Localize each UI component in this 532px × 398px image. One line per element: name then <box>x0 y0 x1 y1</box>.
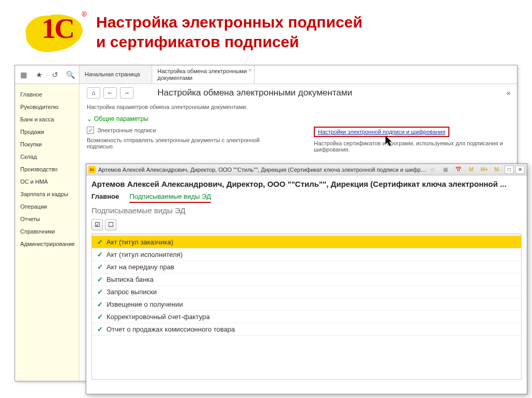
close-icon[interactable]: × <box>507 89 511 98</box>
close-icon[interactable]: × <box>248 67 251 74</box>
page-description: Настройка параметров обмена электронными… <box>87 104 510 110</box>
logo-1c: 1С ® <box>21 9 86 53</box>
forward-button[interactable]: → <box>120 87 134 99</box>
list-item-label: Запрос выписки <box>107 288 157 296</box>
m-minus-button[interactable]: M- <box>491 166 503 174</box>
checkbox-icon[interactable]: ✓ <box>96 251 103 258</box>
checkbox-icon[interactable]: ✓ <box>96 326 103 333</box>
tab-home[interactable]: Начальная страница <box>79 65 152 84</box>
list-item[interactable]: ✓Корректировочный счет-фактура <box>92 311 521 323</box>
list-item[interactable]: ✓Акт (титул исполнителя) <box>92 249 521 261</box>
minimize-button[interactable]: □ <box>504 166 514 174</box>
sidebar-item[interactable]: Банк и касса <box>15 113 79 126</box>
uncheck-all-button[interactable]: ☐ <box>105 219 116 230</box>
section-header[interactable]: ⌄Общие параметры <box>87 115 510 122</box>
sidebar-item[interactable]: Администрирование <box>15 238 79 250</box>
close-button[interactable]: ✕ <box>515 166 525 174</box>
sidebar-item[interactable]: Склад <box>15 150 79 163</box>
list-item[interactable]: ✓Запрос выписки <box>92 286 521 298</box>
page-title: Настройка обмена электронными документам… <box>157 88 352 98</box>
titlebar-text: Артемов Алексей Александрович, Директор,… <box>98 167 427 173</box>
sidebar-item[interactable]: Операции <box>15 200 79 213</box>
sidebar-item[interactable]: Продажи <box>15 126 79 138</box>
chevron-down-icon: ⌄ <box>87 115 92 122</box>
list-item[interactable]: ✓Отчет о продажах комиссионного товара <box>92 323 521 336</box>
param-description: Возможность отправлять электронные докум… <box>87 137 283 149</box>
checkbox-edoc-signatures[interactable]: ✓ <box>87 127 94 134</box>
calendar-icon[interactable]: 📅 <box>453 166 464 174</box>
checkbox-icon[interactable]: ✓ <box>96 301 103 308</box>
sidebar-item[interactable]: Справочники <box>15 225 79 238</box>
checkbox-label: Электронные подписи <box>97 127 156 133</box>
list-item-label: Извещение о получении <box>107 300 183 308</box>
m-button[interactable]: M <box>466 166 477 174</box>
checkbox-icon[interactable]: ✓ <box>96 264 103 271</box>
list-item[interactable]: ✓Извещение о получении <box>92 298 521 311</box>
list-item[interactable]: ✓Акт (титул заказчика) <box>92 236 521 249</box>
apps-icon[interactable]: ▦ <box>19 71 28 79</box>
m-plus-button[interactable]: M+ <box>478 166 490 174</box>
checkbox-icon[interactable]: ✓ <box>96 289 103 296</box>
list-item-label: Корректировочный счет-фактура <box>107 313 210 321</box>
list-item-label: Акт (титул исполнителя) <box>107 251 182 258</box>
list-item[interactable]: ✓Акт на передачу прав <box>92 261 521 273</box>
sidebar-item[interactable]: Зарплата и кадры <box>15 188 79 200</box>
popup-subtitle: Подписываемые виды ЭД <box>91 206 522 215</box>
checkbox-icon[interactable]: ✓ <box>96 239 103 246</box>
sidebar-item[interactable]: ОС и НМА <box>15 175 79 188</box>
calc-icon[interactable]: ▦ <box>440 166 451 174</box>
checkbox-icon[interactable]: ✓ <box>96 276 103 283</box>
star-icon[interactable]: ★ <box>35 71 43 79</box>
sidebar-item[interactable]: Главное <box>15 88 79 101</box>
logo-text: 1С <box>42 12 73 45</box>
tab-main[interactable]: Главное <box>91 193 119 203</box>
home-button[interactable]: ⌂ <box>87 87 100 99</box>
sidebar-item[interactable]: Руководителю <box>15 101 79 113</box>
search-icon[interactable]: 🔍 <box>66 71 75 79</box>
tab-signed-doc-types[interactable]: Подписываемые виды ЭД <box>129 193 211 203</box>
list-item-label: Акт (титул заказчика) <box>107 238 173 246</box>
app-icon: 1c <box>88 166 96 173</box>
link-signature-settings[interactable]: Настройки электронной подписи и шифрован… <box>318 129 445 135</box>
sidebar: Главное Руководителю Банк и касса Продаж… <box>15 84 79 381</box>
list-item-label: Акт на передачу прав <box>107 263 174 271</box>
link-highlight: Настройки электронной подписи и шифрован… <box>314 127 449 137</box>
popup-certificate-window: 1c Артемов Алексей Александрович, Директ… <box>86 163 527 394</box>
document-type-list[interactable]: ✓Акт (титул заказчика)✓Акт (титул исполн… <box>91 234 522 380</box>
favorite-icon[interactable]: ☆ <box>427 166 438 174</box>
cursor-icon <box>385 136 394 147</box>
sidebar-item[interactable]: Отчеты <box>15 213 79 225</box>
sidebar-item[interactable]: Производство <box>15 163 79 175</box>
popup-heading: Артемов Алексей Александрович, Директор,… <box>91 180 522 188</box>
check-all-button[interactable]: ☑ <box>91 219 103 230</box>
back-button[interactable]: ← <box>103 87 117 99</box>
popup-titlebar: 1c Артемов Алексей Александрович, Директ… <box>86 164 527 175</box>
logo-registered: ® <box>82 10 87 18</box>
history-icon[interactable]: ↺ <box>51 71 59 79</box>
slide-title: Настройка электронных подписей и сертифи… <box>96 9 363 51</box>
list-item-label: Выписка банка <box>107 276 153 283</box>
param-description: Настройка сертификатов и программ, испол… <box>314 140 510 153</box>
top-toolbar: ▦ ★ ↺ 🔍 Начальная страница Настройка обм… <box>15 65 517 84</box>
sidebar-item[interactable]: Покупки <box>15 138 79 150</box>
list-item-label: Отчет о продажах комиссионного товара <box>107 325 235 333</box>
checkbox-icon[interactable]: ✓ <box>96 313 103 321</box>
tab-edoc-settings[interactable]: Настройка обмена электронными документам… <box>152 65 255 84</box>
list-item[interactable]: ✓Выписка банка <box>92 273 521 286</box>
